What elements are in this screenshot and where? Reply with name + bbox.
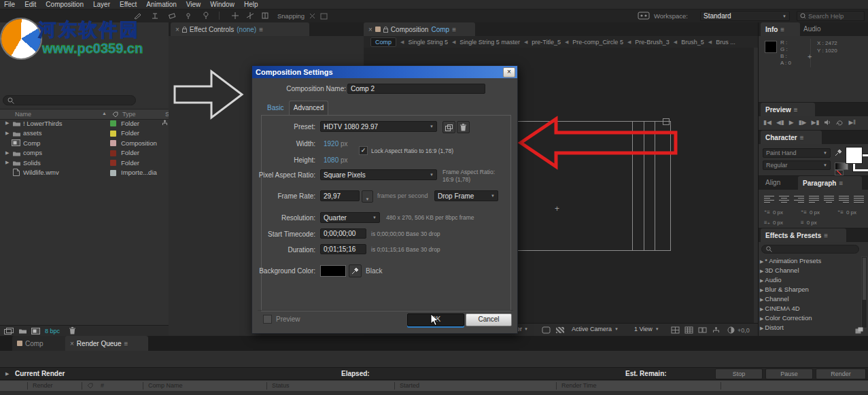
rq-col-number[interactable]: # bbox=[101, 382, 104, 389]
view-axis-mode-icon[interactable] bbox=[261, 12, 270, 20]
menu-effect[interactable]: Effect bbox=[120, 1, 137, 8]
next-frame-icon[interactable]: ▮▶ bbox=[799, 119, 807, 126]
indent-first-line-field[interactable]: ⁺≡0 px bbox=[801, 209, 820, 216]
font-style-select[interactable]: Regular▼ bbox=[763, 160, 831, 170]
menu-file[interactable]: File bbox=[4, 1, 15, 8]
panel-menu-icon[interactable]: ≡ bbox=[259, 26, 263, 33]
title-action-safe-icon[interactable] bbox=[671, 326, 680, 334]
preview-checkbox[interactable]: Preview bbox=[263, 315, 300, 324]
item-name[interactable]: Solids bbox=[23, 159, 41, 167]
justify-all-icon[interactable] bbox=[854, 194, 864, 203]
checkbox-checked-icon[interactable]: ✓ bbox=[359, 146, 368, 155]
first-frame-icon[interactable]: ▮◀ bbox=[763, 119, 771, 126]
project-row[interactable]: Comp Composition bbox=[0, 138, 169, 148]
item-name[interactable]: Comp bbox=[23, 139, 40, 147]
resolution-select[interactable]: Quarter▼ bbox=[320, 212, 380, 223]
transparency-grid-icon[interactable] bbox=[556, 327, 564, 333]
panel-menu-icon[interactable]: ≡ bbox=[824, 232, 828, 239]
label-color-swatch[interactable] bbox=[110, 140, 116, 146]
label-tag-icon[interactable] bbox=[112, 111, 118, 118]
loop-icon[interactable] bbox=[836, 119, 844, 126]
tab-composition[interactable]: × Composition Comp ≡ bbox=[364, 22, 475, 36]
grid-guides-icon[interactable] bbox=[684, 326, 693, 334]
eyedropper-icon[interactable] bbox=[835, 149, 842, 156]
audio-mute-icon[interactable] bbox=[824, 119, 831, 126]
label-color-swatch[interactable] bbox=[110, 120, 116, 126]
brush-tool-icon[interactable] bbox=[133, 12, 143, 20]
new-preset-icon[interactable] bbox=[855, 327, 863, 334]
view-layout-select[interactable]: 1 View▼ bbox=[634, 326, 659, 332]
breadcrumb-item[interactable]: Pre-comp_Circle 5 bbox=[572, 39, 623, 46]
breadcrumb-comp-active[interactable]: Comp bbox=[370, 37, 396, 47]
panel-menu-icon[interactable]: ≡ bbox=[839, 179, 843, 187]
space-before-field[interactable]: ≡₊0 px bbox=[764, 220, 783, 226]
ok-button[interactable]: OK bbox=[407, 313, 464, 326]
save-preset-button[interactable] bbox=[442, 121, 455, 133]
align-left-icon[interactable] bbox=[764, 194, 774, 203]
eraser-tool-icon[interactable] bbox=[167, 12, 177, 20]
clone-stamp-tool-icon[interactable] bbox=[150, 12, 160, 20]
bit-depth-indicator[interactable]: 8 bpc bbox=[45, 328, 60, 334]
start-timecode-input[interactable] bbox=[320, 228, 366, 239]
effects-category[interactable]: ▶ * Animation Presets bbox=[760, 256, 821, 266]
tab-effects-presets[interactable]: Effects & Presets≡ bbox=[761, 228, 846, 242]
world-axis-mode-icon[interactable] bbox=[246, 12, 255, 20]
preset-select[interactable]: HDTV 1080 29.97▼ bbox=[320, 121, 437, 132]
mini-flowchart-icon[interactable] bbox=[712, 326, 721, 334]
interpret-footage-icon[interactable] bbox=[4, 328, 14, 334]
align-right-icon[interactable] bbox=[794, 194, 804, 203]
label-color-swatch[interactable] bbox=[110, 150, 116, 156]
breadcrumb-item[interactable]: Pre-Brush_3 bbox=[635, 39, 670, 46]
comp-name-input[interactable] bbox=[347, 84, 485, 94]
pause-button[interactable]: Pause bbox=[765, 368, 813, 379]
delete-preset-button[interactable] bbox=[457, 121, 470, 133]
height-value[interactable]: 1080 px bbox=[324, 156, 348, 164]
menu-animation[interactable]: Animation bbox=[146, 1, 176, 8]
breadcrumb-item[interactable]: Single String 5 master bbox=[459, 39, 520, 46]
twirl-icon[interactable]: ▶ bbox=[5, 150, 9, 156]
close-icon[interactable]: × bbox=[368, 26, 372, 33]
label-tag-icon[interactable] bbox=[87, 383, 93, 389]
panel-menu-icon[interactable]: ≡ bbox=[452, 26, 456, 33]
lock-aspect-checkbox[interactable]: ✓ Lock Aspect Ratio to 16:9 (1,78) bbox=[359, 146, 453, 155]
pixel-aspect-correction-icon[interactable] bbox=[698, 326, 707, 334]
tab-render-queue[interactable]: × Render Queue ≡ bbox=[65, 336, 148, 351]
tab-audio[interactable]: Audio bbox=[803, 25, 821, 33]
breadcrumb-item[interactable]: Single String 5 bbox=[408, 39, 448, 46]
menu-layer[interactable]: Layer bbox=[93, 1, 110, 8]
panel-menu-icon[interactable]: ≡ bbox=[124, 340, 128, 347]
item-name[interactable]: Wildlife.wmv bbox=[23, 169, 59, 176]
item-name[interactable]: ! LowerThirds bbox=[23, 120, 63, 127]
rq-col-render-time[interactable]: Render Time bbox=[561, 382, 597, 389]
effects-category[interactable]: ▶ Color Correction bbox=[760, 313, 821, 323]
effects-category[interactable]: ▶ 3D Channel bbox=[760, 266, 821, 275]
column-type[interactable]: Type bbox=[122, 111, 136, 118]
indent-left-field[interactable]: ⁺≡0 px bbox=[764, 209, 783, 216]
no-fill-icon[interactable] bbox=[835, 170, 844, 175]
font-family-select[interactable]: Paint Hand▼ bbox=[763, 148, 831, 158]
effects-category[interactable]: ▶ Distort bbox=[760, 323, 821, 332]
panel-menu-icon[interactable]: ≡ bbox=[780, 26, 784, 33]
new-folder-icon[interactable] bbox=[19, 328, 27, 334]
camera-select[interactable]: Active Camera▼ bbox=[572, 326, 619, 332]
project-search-box[interactable] bbox=[3, 95, 136, 105]
tab-align[interactable]: Align bbox=[765, 179, 780, 186]
project-row[interactable]: ▶ assets Folder bbox=[0, 128, 169, 138]
width-value[interactable]: 1920 px bbox=[324, 140, 348, 148]
close-icon[interactable]: × bbox=[70, 340, 74, 347]
menu-edit[interactable]: Edit bbox=[24, 1, 36, 8]
panel-menu-icon[interactable]: ≡ bbox=[794, 106, 798, 114]
roto-brush-tool-icon[interactable] bbox=[184, 12, 194, 20]
label-color-swatch[interactable] bbox=[110, 131, 116, 137]
breadcrumb-item[interactable]: Brush_5 bbox=[681, 39, 704, 46]
breadcrumb-item[interactable]: pre-Title_5 bbox=[532, 39, 561, 46]
twirl-icon[interactable]: ▶ bbox=[5, 371, 9, 377]
cancel-button[interactable]: Cancel bbox=[466, 313, 512, 326]
new-composition-icon[interactable] bbox=[31, 328, 40, 334]
background-color-swatch[interactable] bbox=[320, 265, 346, 277]
rq-col-render[interactable]: Render bbox=[33, 382, 53, 389]
project-row[interactable]: ▶ Solids Folder bbox=[0, 158, 169, 167]
checkbox-unchecked-icon[interactable] bbox=[263, 315, 272, 324]
item-name[interactable]: comps bbox=[23, 149, 42, 156]
rq-col-status[interactable]: Status bbox=[272, 382, 290, 389]
